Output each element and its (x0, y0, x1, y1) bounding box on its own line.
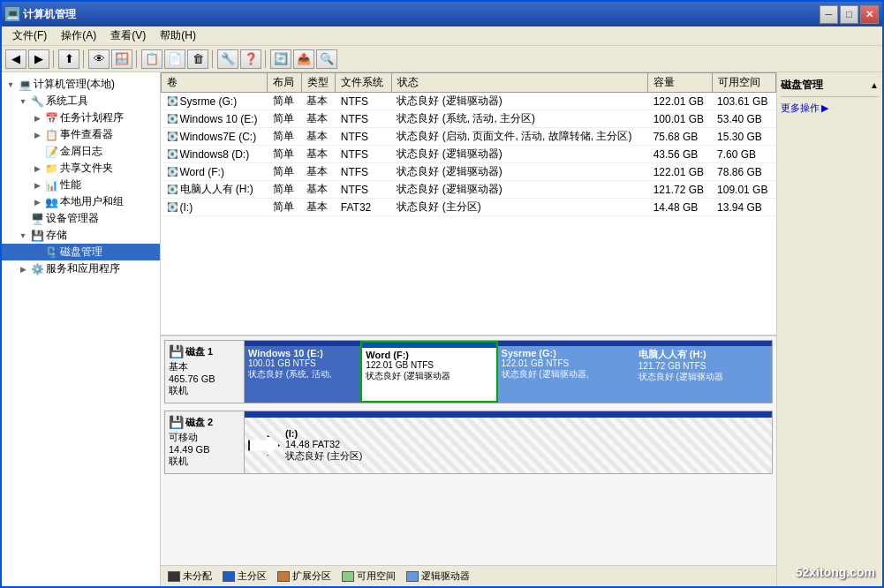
disk-visualization: 💾 磁盘 1 基本 465.76 GB 联机 Windows 10 (E:) 1… (161, 335, 776, 565)
separator3 (136, 50, 138, 68)
tree-disk-management[interactable]: 🗜️ 磁盘管理 (2, 244, 160, 260)
disk2-arrow-partition[interactable]: (I:) 14.48 FAT32 状态良好 (主分区) (245, 411, 772, 473)
disk1-partition[interactable]: Sysrme (G:) 122.01 GB NTFS 状态良好 (逻辑驱动器, (498, 341, 635, 403)
tree-sys-label: 系统工具 (46, 94, 88, 109)
storage-expand-icon: ▼ (16, 229, 30, 243)
disk1-partition[interactable]: Word (F:) 122.01 GB NTFS 状态良好 (逻辑驱动器 (360, 341, 497, 403)
table-area[interactable]: 卷 布局 类型 文件系统 状态 容量 可用空间 💽Sysrme (G:)简单基本… (161, 72, 776, 335)
export-button[interactable]: 📤 (293, 49, 314, 69)
device-expand-icon (16, 212, 30, 226)
tree-event-label: 事件查看器 (60, 127, 113, 142)
disk1-label: 💾 磁盘 1 基本 465.76 GB 联机 (165, 341, 245, 403)
disk2-status: 联机 (169, 455, 240, 468)
tree-performance[interactable]: ▶ 📊 性能 (2, 177, 160, 193)
more-actions-link[interactable]: 更多操作 ▶ (781, 101, 879, 116)
disk2-type: 可移动 (169, 431, 240, 444)
tree-task-scheduler[interactable]: ▶ 📅 任务计划程序 (2, 109, 160, 126)
tree-users-label: 本地用户和组 (60, 194, 124, 209)
table-row[interactable]: 💽电脑人人有 (H:)简单基本NTFS状态良好 (逻辑驱动器)121.72 GB… (162, 181, 776, 199)
filter-button[interactable]: 🔍 (316, 49, 337, 69)
help-button[interactable]: ❓ (240, 49, 261, 69)
tree-task-label: 任务计划程序 (60, 110, 124, 125)
toolbar: ◀ ▶ ⬆ 👁 🪟 📋 📄 🗑 🔧 ❓ 🔄 📤 🔍 (2, 46, 882, 72)
legend-item: 未分配 (168, 569, 212, 583)
tree-storage[interactable]: ▼ 💾 存储 (2, 227, 160, 244)
actions-title-text: 磁盘管理 (781, 78, 823, 93)
tree-device-manager[interactable]: 🖥️ 设备管理器 (2, 210, 160, 227)
show-hide-button[interactable]: 👁 (88, 49, 110, 69)
tree-shared-folders[interactable]: ▶ 📁 共享文件夹 (2, 160, 160, 177)
shared-expand-icon: ▶ (30, 162, 44, 176)
tree-local-users[interactable]: ▶ 👥 本地用户和组 (2, 193, 160, 210)
tree-log-label: 金屑日志 (60, 144, 102, 159)
left-panel: ▼ 💻 计算机管理(本地) ▼ 🔧 系统工具 ▶ 📅 任务计划程序 ▶ 📋 事件… (2, 72, 161, 586)
minimize-button[interactable]: ─ (820, 5, 838, 24)
copy-button[interactable]: 📋 (141, 49, 162, 69)
col-fs[interactable]: 文件系统 (336, 73, 392, 93)
col-status[interactable]: 状态 (391, 73, 647, 93)
legend-color-box (342, 571, 354, 582)
legend-item: 逻辑驱动器 (406, 569, 470, 583)
tree-perf-label: 性能 (60, 177, 81, 192)
window-title: 计算机管理 (23, 7, 820, 22)
table-row[interactable]: 💽Windows 10 (E:)简单基本NTFS状态良好 (系统, 活动, 主分… (162, 110, 776, 128)
disk1-partition[interactable]: 电脑人人有 (H:) 121.72 GB NTFS 状态良好 (逻辑驱动器 (635, 341, 772, 403)
col-capacity[interactable]: 容量 (648, 73, 712, 93)
table-row[interactable]: 💽Windows8 (D:)简单基本NTFS状态良好 (逻辑驱动器)43.56 … (162, 146, 776, 163)
disk1-name: 磁盘 1 (185, 345, 213, 358)
more-actions-text: 更多操作 (781, 102, 820, 115)
disk1-size: 465.76 GB (169, 373, 240, 384)
disk2-label: 💾 磁盘 2 可移动 14.49 GB 联机 (165, 411, 245, 473)
legend-color-box (223, 571, 235, 582)
paste-button[interactable]: 📄 (164, 49, 185, 69)
legend-color-box (168, 571, 180, 582)
users-icon: 👥 (44, 195, 58, 209)
svc-expand-icon: ▶ (16, 262, 30, 276)
menu-view[interactable]: 查看(V) (103, 26, 153, 45)
col-type[interactable]: 类型 (301, 73, 336, 93)
disk-icon: 🗜️ (44, 245, 58, 260)
tree-event-viewer[interactable]: ▶ 📋 事件查看器 (2, 126, 160, 143)
table-row[interactable]: 💽(I:)简单基本FAT32状态良好 (主分区)14.48 GB13.94 GB (162, 199, 776, 216)
volumes-table: 卷 布局 类型 文件系统 状态 容量 可用空间 💽Sysrme (G:)简单基本… (161, 72, 776, 216)
tree-root[interactable]: ▼ 💻 计算机管理(本地) (2, 76, 160, 93)
close-button[interactable]: ✕ (860, 5, 879, 24)
table-row[interactable]: 💽Sysrme (G:)简单基本NTFS状态良好 (逻辑驱动器)122.01 G… (162, 93, 776, 110)
col-layout[interactable]: 布局 (268, 73, 302, 93)
refresh-button[interactable]: 🔄 (270, 49, 291, 69)
disk1-status: 联机 (169, 384, 240, 397)
legend-item: 可用空间 (342, 569, 396, 583)
tree-services[interactable]: ▶ ⚙️ 服务和应用程序 (2, 260, 160, 277)
perf-expand-icon: ▶ (30, 178, 44, 192)
disk1-partition[interactable]: Windows 10 (E:) 100.01 GB NTFS 状态良好 (系统,… (245, 341, 360, 403)
delete-button[interactable]: 🗑 (187, 49, 208, 69)
maximize-button[interactable]: □ (840, 5, 858, 24)
menu-help[interactable]: 帮助(H) (153, 26, 203, 45)
actions-panel: 磁盘管理 ▲ 更多操作 ▶ (776, 72, 882, 586)
users-expand-icon: ▶ (30, 195, 44, 209)
new-window-button[interactable]: 🪟 (111, 49, 132, 69)
separator4 (212, 50, 214, 68)
folder-icon: 📁 (44, 162, 58, 176)
device-icon: 🖥️ (30, 212, 44, 226)
computer-icon: 💻 (18, 78, 32, 92)
properties-button[interactable]: 🔧 (217, 49, 238, 69)
tree-system-tools[interactable]: ▼ 🔧 系统工具 (2, 93, 160, 109)
log-expand-icon (30, 145, 44, 159)
main-content: ▼ 💻 计算机管理(本地) ▼ 🔧 系统工具 ▶ 📅 任务计划程序 ▶ 📋 事件… (2, 72, 882, 586)
up-button[interactable]: ⬆ (58, 49, 79, 69)
back-button[interactable]: ◀ (5, 49, 26, 69)
menu-action[interactable]: 操作(A) (54, 26, 103, 45)
event-icon: 📋 (44, 128, 58, 142)
tree-log[interactable]: 📝 金屑日志 (2, 143, 160, 160)
tree-service-label: 服务和应用程序 (46, 261, 120, 276)
menu-file[interactable]: 文件(F) (5, 26, 54, 45)
col-free[interactable]: 可用空间 (712, 73, 775, 93)
storage-icon: 💾 (30, 229, 44, 243)
forward-button[interactable]: ▶ (28, 49, 49, 69)
disk2-partitions: (I:) 14.48 FAT32 状态良好 (主分区) (245, 411, 772, 473)
table-row[interactable]: 💽Word (F:)简单基本NTFS状态良好 (逻辑驱动器)122.01 GB7… (162, 163, 776, 181)
table-row[interactable]: 💽Windows7E (C:)简单基本NTFS状态良好 (启动, 页面文件, 活… (162, 128, 776, 146)
col-vol[interactable]: 卷 (162, 73, 268, 93)
legend-label: 主分区 (238, 569, 267, 583)
